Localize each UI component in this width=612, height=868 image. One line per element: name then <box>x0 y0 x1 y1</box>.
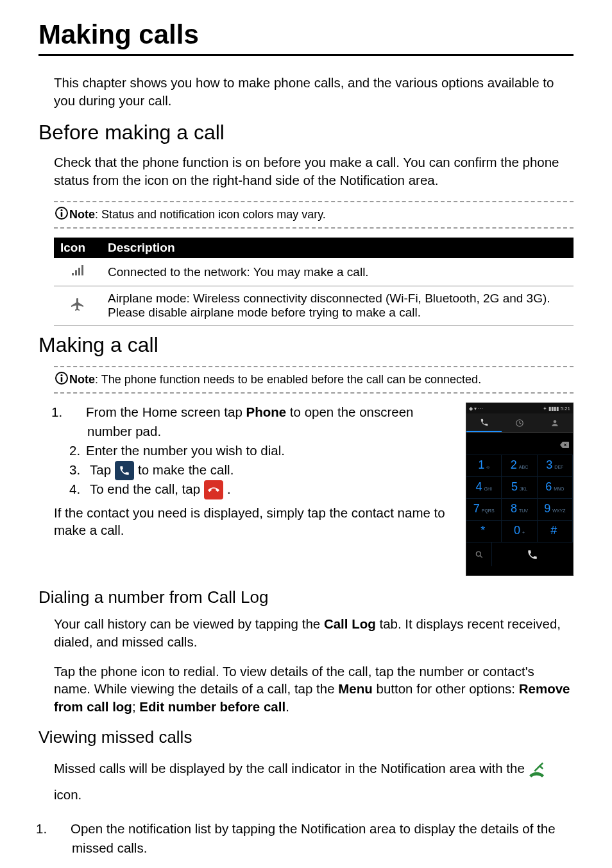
dialer-key[interactable]: 6MNO <box>538 476 573 498</box>
calllog-p2: Tap the phone icon to redial. To view de… <box>54 663 574 716</box>
before-text: Check that the phone function is on befo… <box>54 153 574 189</box>
list-item: 1. From the Home screen tap Phone to ope… <box>69 403 453 440</box>
dialer-keypad: 1∞2ABC3DEF4GHI5JKL6MNO7PQRS8TUV9WXYZ*0+# <box>466 455 573 542</box>
icon-table: Icon Description Connected to the networ… <box>54 238 574 326</box>
info-icon <box>54 206 69 220</box>
note-before-text: Note: Status and notification icon color… <box>69 207 326 222</box>
dialer-tabs <box>466 413 573 433</box>
note-making-text: Note: The phone function needs to be ena… <box>69 372 481 387</box>
missed-call-icon <box>529 761 547 779</box>
dialer-display <box>466 433 573 455</box>
svg-rect-3 <box>72 273 74 275</box>
note-making: Note: The phone function needs to be ena… <box>54 366 574 394</box>
after-steps-text: If the contact you need is displayed, si… <box>54 504 453 539</box>
end-call-icon <box>204 480 223 499</box>
call-icon <box>115 461 134 480</box>
list-item: 1. Open the notification list by tapping… <box>54 819 574 857</box>
dialer-key[interactable]: # <box>538 520 573 542</box>
heading-making: Making a call <box>38 333 574 357</box>
backspace-icon[interactable] <box>560 439 569 446</box>
page-title: Making calls <box>38 19 574 50</box>
missed-steps: 1. Open the notification list by tapping… <box>54 819 574 857</box>
dialer-key[interactable]: 1∞ <box>466 455 502 476</box>
table-row: Airplane mode: Wireless connectivity dis… <box>54 286 574 326</box>
dialer-key[interactable]: 0+ <box>502 520 537 542</box>
svg-rect-6 <box>81 265 83 275</box>
note-before: Note: Status and notification icon color… <box>54 201 574 229</box>
table-row: Connected to the network: You may make a… <box>54 258 574 286</box>
heading-missed: Viewing missed calls <box>38 727 574 747</box>
dialer-call-button[interactable] <box>492 542 573 566</box>
list-item: 4. To end the call, tap . <box>69 480 453 499</box>
title-rule <box>38 54 574 56</box>
missed-p1: Missed calls will be displayed by the ca… <box>54 755 574 808</box>
svg-point-11 <box>554 420 557 423</box>
th-desc: Description <box>101 238 574 258</box>
dialer-key[interactable]: * <box>466 520 502 542</box>
dialer-key[interactable]: 4GHI <box>466 476 502 498</box>
list-item: 3. Tap to make the call. <box>69 460 453 480</box>
dialer-key[interactable]: 8TUV <box>502 498 537 520</box>
svg-point-1 <box>60 209 62 211</box>
calllog-p1: Your call history can be viewed by tappi… <box>54 615 574 650</box>
svg-point-12 <box>476 551 480 556</box>
th-icon: Icon <box>54 238 101 258</box>
row2-desc: Airplane mode: Wireless connectivity dis… <box>101 286 574 326</box>
list-item: 2. Enter the number you wish to dial. <box>69 441 453 460</box>
row1-desc: Connected to the network: You may make a… <box>101 258 574 286</box>
intro-text: This chapter shows you how to make phone… <box>54 74 574 109</box>
dialer-statusbar: ◆ ▾ ⋯ ✦ ▮▮▮▮ 5:21 <box>466 403 573 413</box>
info-icon <box>54 371 69 385</box>
svg-point-8 <box>60 374 62 376</box>
heading-before: Before making a call <box>38 121 574 144</box>
dialer-key[interactable]: 5JKL <box>502 476 537 498</box>
svg-rect-9 <box>61 377 63 382</box>
dialer-key[interactable]: 7PQRS <box>466 498 502 520</box>
airplane-icon <box>54 286 101 326</box>
heading-calllog: Dialing a number from Call Log <box>38 587 574 607</box>
steps-list: 1. From the Home screen tap Phone to ope… <box>69 403 453 498</box>
tab-recent-icon[interactable] <box>502 413 537 432</box>
svg-rect-5 <box>78 268 80 275</box>
dialer-screenshot: ◆ ▾ ⋯ ✦ ▮▮▮▮ 5:21 <box>466 403 574 576</box>
svg-rect-2 <box>61 212 63 217</box>
dialer-key[interactable]: 2ABC <box>502 455 537 476</box>
dialer-search-icon[interactable] <box>466 542 492 566</box>
dialer-key[interactable]: 3DEF <box>538 455 573 476</box>
svg-rect-4 <box>75 270 77 275</box>
tab-dialer-icon[interactable] <box>466 413 502 432</box>
tab-contacts-icon[interactable] <box>538 413 573 432</box>
dialer-key[interactable]: 9WXYZ <box>538 498 573 520</box>
signal-icon <box>54 258 101 286</box>
